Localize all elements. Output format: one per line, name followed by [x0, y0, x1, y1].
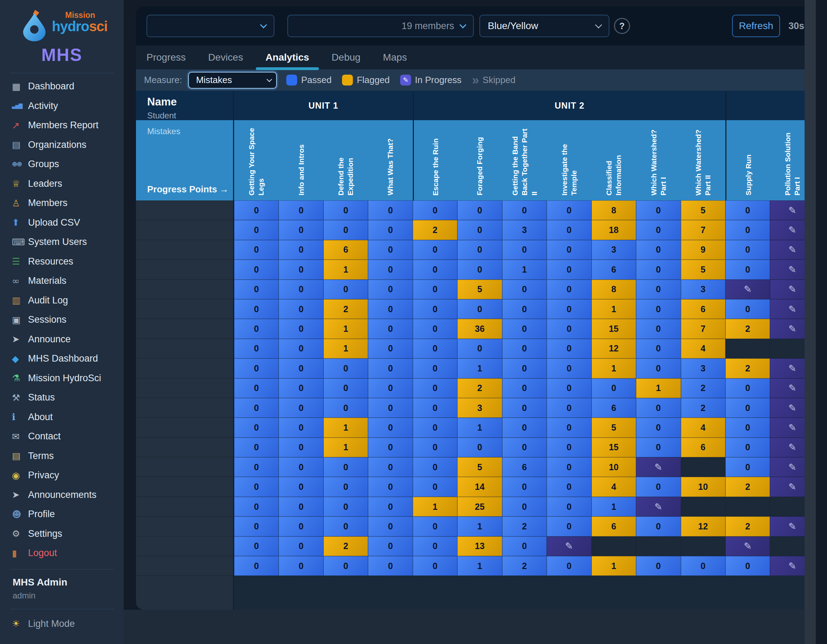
cell-r5-classified-information[interactable]: 8: [591, 280, 636, 299]
cell-r3-supply-run[interactable]: 0: [726, 240, 770, 260]
cell-r13-escape-the-ruin[interactable]: 0: [413, 438, 457, 457]
cell-r19-info-and-intros[interactable]: 0: [279, 556, 323, 576]
cell-r16-which-watershed-part-i[interactable]: ✎: [636, 497, 680, 516]
sidebar-item-upload-csv[interactable]: ⬆Upload CSV: [0, 213, 124, 233]
cell-r5-which-watershed-part-ii[interactable]: 3: [681, 280, 726, 299]
cell-r8-getting-your-space-legs[interactable]: 0: [234, 339, 279, 359]
cell-r8-supply-run[interactable]: [726, 339, 770, 359]
cell-r18-foraged-forging[interactable]: 13: [457, 536, 502, 556]
cell-r17-classified-information[interactable]: 6: [591, 516, 636, 536]
cell-r19-investigate-the-temple[interactable]: 0: [547, 556, 591, 576]
cell-r3-what-was-that[interactable]: 0: [368, 240, 412, 260]
cell-r13-what-was-that[interactable]: 0: [368, 438, 412, 457]
refresh-button[interactable]: Refresh: [732, 15, 780, 37]
cell-r10-foraged-forging[interactable]: 2: [457, 378, 502, 398]
cell-r4-which-watershed-part-ii[interactable]: 5: [681, 260, 726, 279]
cell-r9-which-watershed-part-i[interactable]: 0: [636, 359, 680, 378]
scrollbar-track[interactable]: [805, 0, 816, 644]
cell-r1-info-and-intros[interactable]: 0: [279, 200, 323, 220]
cell-r12-getting-your-space-legs[interactable]: 0: [234, 418, 279, 437]
tab-maps[interactable]: Maps: [383, 47, 407, 68]
cell-r8-escape-the-ruin[interactable]: 0: [413, 339, 457, 359]
cell-r9-info-and-intros[interactable]: 0: [279, 359, 323, 378]
cell-r15-what-was-that[interactable]: 0: [368, 477, 412, 496]
cell-r3-escape-the-ruin[interactable]: 0: [413, 240, 457, 260]
tab-progress[interactable]: Progress: [147, 47, 186, 68]
cell-r19-what-was-that[interactable]: 0: [368, 556, 412, 576]
cell-r12-which-watershed-part-ii[interactable]: 4: [681, 418, 726, 437]
cell-r9-supply-run[interactable]: 2: [726, 359, 770, 378]
cell-r6-getting-your-space-legs[interactable]: 0: [234, 299, 279, 319]
cell-r4-getting-the-band-back-together-part-ii[interactable]: 1: [502, 260, 547, 279]
cell-r13-supply-run[interactable]: 0: [726, 438, 770, 457]
cell-r15-classified-information[interactable]: 4: [591, 477, 636, 496]
sidebar-item-activity[interactable]: ▃▅▇Activity: [0, 97, 124, 116]
cell-r13-getting-your-space-legs[interactable]: 0: [234, 438, 279, 457]
cell-r2-what-was-that[interactable]: 0: [368, 220, 412, 240]
cell-r1-what-was-that[interactable]: 0: [368, 200, 412, 220]
cell-r2-getting-the-band-back-together-part-ii[interactable]: 3: [502, 220, 547, 240]
cell-r7-supply-run[interactable]: 2: [726, 319, 770, 338]
cell-r12-defend-the-expedition[interactable]: 1: [323, 418, 368, 437]
cell-r1-getting-your-space-legs[interactable]: 0: [234, 200, 279, 220]
cell-r17-getting-the-band-back-together-part-ii[interactable]: 2: [502, 516, 547, 536]
sidebar-item-leaders[interactable]: ♕Leaders: [0, 174, 124, 194]
cell-r13-foraged-forging[interactable]: 0: [457, 438, 502, 457]
cell-r8-info-and-intros[interactable]: 0: [279, 339, 323, 359]
cell-r14-which-watershed-part-i[interactable]: ✎: [636, 457, 680, 477]
student-name-cell[interactable]: [136, 280, 234, 299]
cell-r12-info-and-intros[interactable]: 0: [279, 418, 323, 437]
sidebar-item-sessions[interactable]: ▣Sessions: [0, 310, 124, 330]
cell-r5-getting-the-band-back-together-part-ii[interactable]: 0: [502, 280, 547, 299]
cell-r11-which-watershed-part-i[interactable]: 0: [636, 398, 680, 418]
cell-r12-escape-the-ruin[interactable]: 0: [413, 418, 457, 437]
cell-r4-what-was-that[interactable]: 0: [368, 260, 412, 279]
cell-r10-classified-information[interactable]: 0: [591, 378, 636, 398]
cell-r18-supply-run[interactable]: ✎: [726, 536, 770, 556]
cell-r3-defend-the-expedition[interactable]: 6: [323, 240, 368, 260]
cell-r16-defend-the-expedition[interactable]: 0: [323, 497, 368, 516]
cell-r16-escape-the-ruin[interactable]: 1: [413, 497, 457, 516]
cell-r6-what-was-that[interactable]: 0: [368, 299, 412, 319]
cell-r15-investigate-the-temple[interactable]: 0: [547, 477, 591, 496]
cell-r1-foraged-forging[interactable]: 0: [457, 200, 502, 220]
cell-r1-which-watershed-part-i[interactable]: 0: [636, 200, 680, 220]
cell-r6-defend-the-expedition[interactable]: 2: [323, 299, 368, 319]
cell-r19-which-watershed-part-i[interactable]: 0: [636, 556, 680, 576]
group-select[interactable]: [147, 15, 275, 37]
cell-r7-foraged-forging[interactable]: 36: [457, 319, 502, 338]
cell-r11-getting-your-space-legs[interactable]: 0: [234, 398, 279, 418]
cell-r7-defend-the-expedition[interactable]: 1: [323, 319, 368, 338]
cell-r18-investigate-the-temple[interactable]: ✎: [547, 536, 591, 556]
student-name-cell[interactable]: [136, 438, 234, 457]
cell-r7-which-watershed-part-ii[interactable]: 7: [681, 319, 726, 338]
sidebar-item-privacy[interactable]: ◉Privacy: [0, 466, 124, 485]
cell-r7-investigate-the-temple[interactable]: 0: [547, 319, 591, 338]
cell-r11-foraged-forging[interactable]: 3: [457, 398, 502, 418]
cell-r5-which-watershed-part-i[interactable]: 0: [636, 280, 680, 299]
tab-analytics[interactable]: Analytics: [265, 47, 309, 68]
cell-r3-investigate-the-temple[interactable]: 0: [547, 240, 591, 260]
cell-r14-what-was-that[interactable]: 0: [368, 457, 412, 477]
cell-r7-info-and-intros[interactable]: 0: [279, 319, 323, 338]
cell-r1-supply-run[interactable]: 0: [726, 200, 770, 220]
light-mode-toggle[interactable]: ☀ Light Mode: [0, 618, 124, 629]
cell-r10-supply-run[interactable]: 0: [726, 378, 770, 398]
cell-r6-foraged-forging[interactable]: 0: [457, 299, 502, 319]
cell-r6-escape-the-ruin[interactable]: 0: [413, 299, 457, 319]
cell-r18-escape-the-ruin[interactable]: 0: [413, 536, 457, 556]
tab-devices[interactable]: Devices: [208, 47, 243, 68]
cell-r15-which-watershed-part-i[interactable]: 0: [636, 477, 680, 496]
cell-r14-defend-the-expedition[interactable]: 0: [323, 457, 368, 477]
cell-r19-getting-the-band-back-together-part-ii[interactable]: 2: [502, 556, 547, 576]
cell-r6-supply-run[interactable]: 0: [726, 299, 770, 319]
sidebar-item-materials[interactable]: ∞Materials: [0, 271, 124, 291]
cell-r10-getting-your-space-legs[interactable]: 0: [234, 378, 279, 398]
cell-r12-foraged-forging[interactable]: 1: [457, 418, 502, 437]
cell-r9-getting-the-band-back-together-part-ii[interactable]: 0: [502, 359, 547, 378]
cell-r16-which-watershed-part-ii[interactable]: [681, 497, 726, 516]
cell-r8-classified-information[interactable]: 12: [591, 339, 636, 359]
student-name-cell[interactable]: [136, 299, 234, 319]
cell-r11-escape-the-ruin[interactable]: 0: [413, 398, 457, 418]
cell-r12-investigate-the-temple[interactable]: 0: [547, 418, 591, 437]
